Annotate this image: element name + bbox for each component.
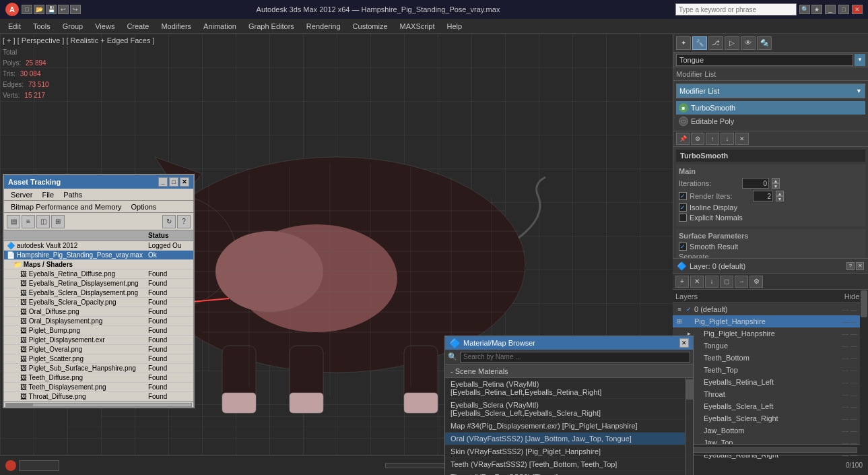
mb-search-input[interactable] [460,352,690,362]
lp-move-to-layer[interactable]: → [735,276,748,288]
menu-rendering[interactable]: Rendering [301,21,346,32]
display-tab[interactable]: 👁 [741,36,756,50]
menu-edit[interactable]: Edit [3,21,26,32]
render-iters-down[interactable]: ▼ [776,196,784,201]
undo-btn[interactable]: ↩ [58,5,69,14]
layer-item[interactable]: ▸Tongue— — [673,340,860,352]
menu-modifiers[interactable]: Modifiers [156,21,197,32]
at-row[interactable]: 🖼 Teeth_Displaysement.pngFound [4,383,193,392]
close-btn[interactable]: ✕ [852,5,863,14]
menu-animation[interactable]: Animation [198,21,242,32]
layer-item[interactable]: ⊞Pig_Piglet_Hanpshire— — [673,315,860,327]
lp-close-btn[interactable]: ✕ [856,262,864,270]
lp-hscroll[interactable] [675,447,857,453]
at-table-container[interactable]: Status 🔷 autodesk Vault 2012Logged Ou📄 H… [4,230,193,402]
iterations-input[interactable] [742,178,769,189]
utilities-tab[interactable]: 🔩 [757,36,772,50]
motion-tab[interactable]: ▷ [725,36,739,50]
record-btn[interactable] [5,460,16,471]
at-row[interactable]: 🖼 Eyeballs_Sclera_Displaysement.pngFound [4,288,193,298]
at-row[interactable]: 🖼 Piglet_Bump.pngFound [4,326,193,336]
at-row[interactable]: 🖼 Piglet_Sub_Surface_Hanpshire.pngFound [4,364,193,373]
menu-maxscript[interactable]: MAXScript [395,21,440,32]
render-iters-spinner[interactable]: ▲ ▼ [776,191,784,201]
delete-mod-btn[interactable]: ✕ [735,133,749,145]
layer-item[interactable]: ▸Teeth_Bottom— — [673,352,860,364]
render-iters-checkbox[interactable]: ✓ [679,192,687,200]
modifier-list-dropdown[interactable]: Modifier List ▼ [676,84,865,98]
layer-item[interactable]: ▸Throat— — [673,388,860,400]
at-row[interactable]: 🖼 Throat_Diffuse.pngFound [4,392,193,402]
at-menu-server[interactable]: Server [7,190,36,199]
at-row[interactable]: 🖼 Oral_Diffuse.pngFound [4,307,193,317]
mb-material-item[interactable]: Map #34(Pig_Displaysement.exr) [Pig_Pigl… [445,420,685,433]
iterations-up[interactable]: ▲ [772,178,780,183]
mb-material-item[interactable]: Eyeballs_Retina (VRayMtl) [Eyeballs_Reti… [445,378,685,399]
at-tool-4[interactable]: ⊞ [51,215,65,228]
at-row[interactable]: 🖼 Eyeballs_Sclera_Opacity.pngFound [4,298,193,307]
render-iters-input[interactable] [753,191,773,201]
menu-create[interactable]: Create [121,21,154,32]
pin-btn[interactable]: 📌 [676,133,690,145]
layer-item[interactable]: ▸Eyeballs_Sclera_Right— — [673,412,860,424]
restore-btn[interactable]: □ [838,5,849,14]
at-tool-1[interactable]: ▤ [7,215,20,228]
mb-scroll-thumb[interactable] [686,379,693,400]
lp-select-objects[interactable]: ◻ [720,276,733,288]
layer-item[interactable]: ≡✓0 (default)— — [673,303,860,315]
explicit-normals-checkbox[interactable] [679,214,687,222]
save-btn[interactable]: 💾 [46,5,57,14]
move-down-btn[interactable]: ↓ [721,133,734,145]
move-up-btn[interactable]: ↑ [706,133,719,145]
mb-material-item[interactable]: Oral (VRayFastSSS2) [Jaw_Bottom, Jaw_Top… [445,433,685,445]
at-row[interactable]: 🖼 Piglet_Displaysement.exrFound [4,336,193,345]
at-scroll-thumb[interactable] [6,404,33,406]
at-row[interactable]: 🖼 Piglet_Overal.pngFound [4,345,193,354]
search-icon[interactable]: 🔍 [799,5,810,14]
modifier-editable-poly[interactable]: □ Editable Poly [676,115,865,128]
at-restore[interactable]: □ [169,177,178,187]
layer-item[interactable]: ▸Jaw_Bottom— — [673,424,860,437]
at-row[interactable]: 🖼 Piglet_Scatter.pngFound [4,354,193,364]
at-close[interactable]: ✕ [180,177,189,187]
at-help-btn[interactable]: ? [177,215,191,228]
iterations-spinner[interactable]: ▲ ▼ [772,178,780,189]
menu-views[interactable]: Views [90,21,120,32]
new-btn[interactable]: □ [22,5,32,14]
mb-material-item[interactable]: Eyeballs_Sclera (VRayMtl) [Eyeballs_Scle… [445,399,685,420]
layer-item[interactable]: ▸Eyeballs_Sclera_Left— — [673,400,860,412]
mb-close-btn[interactable]: ✕ [679,338,689,348]
configure-btn[interactable]: ⚙ [691,133,704,145]
mb-material-item[interactable]: Teeth (VRayFastSSS2) [Teeth_Bottom, Teet… [445,458,685,471]
layer-item[interactable]: ▸Pig_Piglet_Hanpshire— — [673,327,860,340]
menu-graph-editors[interactable]: Graph Editors [243,21,300,32]
lp-delete-layer[interactable]: ✕ [690,276,704,288]
menu-help[interactable]: Help [442,21,468,32]
lp-new-layer[interactable]: + [675,276,689,288]
lp-scrollbar[interactable] [860,290,868,455]
hierarchy-tab[interactable]: ⎇ [708,36,723,50]
render-iters-up[interactable]: ▲ [776,191,784,196]
menu-tools[interactable]: Tools [28,21,56,32]
at-refresh-btn[interactable]: ↻ [162,215,176,228]
at-tool-2[interactable]: ≡ [22,215,35,228]
lp-add-selected[interactable]: ↓ [705,276,719,288]
at-minimize[interactable]: _ [158,177,168,187]
lp-help-btn[interactable]: ? [846,262,855,270]
iterations-down[interactable]: ▼ [772,183,780,189]
time-slider[interactable] [19,460,59,471]
lp-settings[interactable]: ⚙ [749,276,763,288]
search-input[interactable] [675,3,797,15]
at-row[interactable]: 🖼 Teeth_Diffuse.pngFound [4,373,193,383]
menu-group[interactable]: Group [57,21,89,32]
modify-tab[interactable]: 🔧 [692,36,707,50]
at-row[interactable]: 🔷 autodesk Vault 2012Logged Ou [4,241,193,251]
at-menu-file[interactable]: File [38,190,58,199]
at-scrollbar[interactable] [4,402,193,407]
mb-material-item[interactable]: Throat (VRayFastSSS2) [Throat] [445,471,685,475]
at-row[interactable]: 📄 Hampshire_Pig_Standing_Pose_vray.maxOk [4,251,193,260]
at-row[interactable]: 🖼 Eyeballs_Retina_Displaysement.pngFound [4,279,193,288]
at-bitmap-perf[interactable]: Bitmap Performance and Memory [7,202,125,212]
redo-btn[interactable]: ↪ [70,5,81,14]
at-menu-paths[interactable]: Paths [59,190,86,199]
